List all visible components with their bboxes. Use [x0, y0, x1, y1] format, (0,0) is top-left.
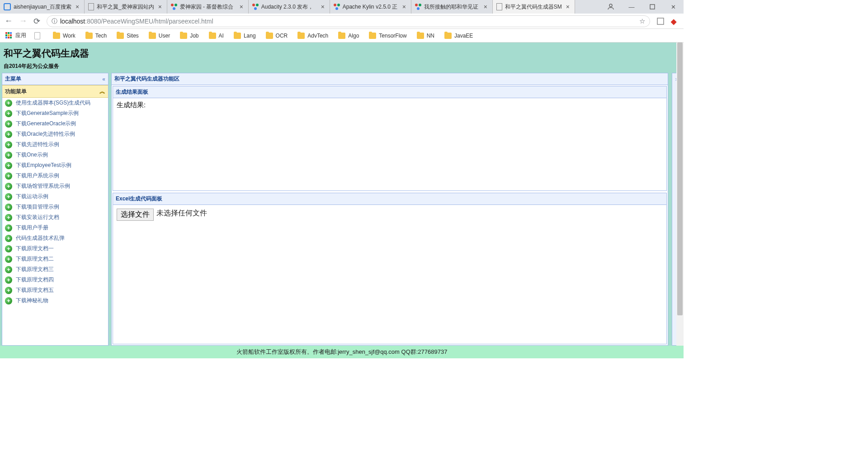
menu-item-label: 下载运动示例	[16, 193, 48, 200]
sidebar-menu-item[interactable]: +下载运动示例	[2, 191, 108, 202]
sidebar-func-menu-header[interactable]: 功能菜单 ︽	[2, 85, 108, 98]
folder-icon	[369, 33, 376, 39]
sidebar-menu-item[interactable]: +下载场馆管理系统示例	[2, 181, 108, 191]
menu-item-label: 下载EmployeeTest示例	[16, 162, 71, 169]
plus-icon: +	[5, 141, 12, 148]
bookmark-item[interactable]: Work	[51, 31, 77, 40]
folder-icon	[53, 33, 60, 39]
folder-icon	[297, 33, 305, 39]
tab-close-icon[interactable]: ×	[320, 4, 326, 10]
reload-button[interactable]: ⟳	[33, 16, 40, 26]
plus-icon: +	[5, 162, 12, 169]
sidebar-menu-item[interactable]: +下载EmployeeTest示例	[2, 160, 108, 171]
svg-rect-2	[657, 18, 664, 24]
sidebar-menu-item[interactable]: +下载原理文档一	[2, 243, 108, 254]
browser-tab[interactable]: 我所接触的耶和华见证×	[411, 0, 493, 14]
bookmark-label: Job	[190, 33, 198, 39]
plus-icon: +	[5, 297, 12, 304]
bookmark-item[interactable]: User	[147, 31, 172, 40]
collapse-left-icon[interactable]: «	[102, 76, 105, 82]
sidebar-menu-item[interactable]: +下载安装运行文档	[2, 212, 108, 223]
minimize-button[interactable]: —	[627, 3, 636, 11]
sidebar-menu-item[interactable]: +下载One示例	[2, 150, 108, 160]
tab-close-icon[interactable]: ×	[565, 4, 571, 10]
bookmark-item[interactable]	[33, 31, 45, 40]
bookmark-item[interactable]: AI	[207, 31, 226, 40]
site-info-icon[interactable]: ⓘ	[52, 17, 57, 25]
browser-tab[interactable]: Apache Kylin v2.5.0 正×	[330, 0, 411, 14]
sidebar-menu-item[interactable]: +下载原理文档四	[2, 275, 108, 285]
bookmark-item[interactable]: OCR	[264, 31, 290, 40]
sidebar-menu-item[interactable]: +代码生成器技术乱弹	[2, 233, 108, 243]
browser-tab[interactable]: 爱神家园 - 基督教综合×	[167, 0, 249, 14]
plus-icon: +	[5, 245, 12, 252]
sidebar-menu-item[interactable]: +下载先进特性示例	[2, 139, 108, 150]
sidebar-menu-item[interactable]: +下载Oracle先进特性示例	[2, 129, 108, 139]
scrollbar-thumb[interactable]	[677, 43, 683, 315]
bookmark-item[interactable]: JavaEE	[443, 31, 475, 40]
url-text: localhost:8080/PeaceWingSMEU/html/parsee…	[60, 18, 213, 25]
user-icon[interactable]	[607, 3, 615, 11]
apps-button[interactable]: 应用	[4, 31, 28, 40]
sidebar-func-menu-title: 功能菜单	[5, 88, 27, 95]
sidebar-menu-item[interactable]: +下载GenerateSample示例	[2, 108, 108, 119]
browser-tab[interactable]: 和平之翼_爱神家园站内×	[85, 0, 167, 14]
apps-grid-icon	[5, 32, 13, 39]
favicon-icon	[171, 4, 177, 10]
excel-panel-header: Excel生成代码面板	[113, 193, 666, 205]
folder-icon	[234, 33, 241, 39]
chevron-up-icon: ︽	[99, 87, 105, 95]
bookmark-item[interactable]: TensorFlow	[367, 31, 408, 40]
tab-close-icon[interactable]: ×	[401, 4, 407, 10]
choose-file-button[interactable]: 选择文件	[117, 209, 154, 221]
bookmark-item[interactable]: Job	[178, 31, 200, 40]
browser-tab[interactable]: Audacity 2.3.0 发布，×	[249, 0, 330, 14]
plus-icon: +	[5, 193, 12, 200]
sidebar-menu-item[interactable]: +使用生成器脚本(SGS)生成代码	[2, 98, 108, 108]
sidebar-main-menu-header[interactable]: 主菜单 «	[2, 73, 108, 85]
sidebar-menu-item[interactable]: +下载GenerateOracle示例	[2, 119, 108, 129]
menu-item-label: 下载用户系统示例	[16, 172, 59, 180]
plus-icon: +	[5, 131, 12, 138]
close-window-button[interactable]: ✕	[669, 3, 677, 11]
back-button[interactable]: ←	[5, 16, 13, 26]
browser-tab[interactable]: 和平之翼代码生成器SM×	[493, 0, 575, 14]
sidebar-menu-item[interactable]: +下载原理文档三	[2, 264, 108, 275]
folder-icon	[209, 33, 216, 39]
menu-item-label: 下载用户手册	[16, 224, 48, 232]
page-footer: 火箭船软件工作室版权所有。作者电邮:jerry_shen_sjf@qq.com …	[0, 346, 684, 358]
menu-item-label: 下载One示例	[16, 151, 48, 159]
bookmark-item[interactable]: Sites	[115, 31, 141, 40]
folder-icon	[417, 33, 424, 39]
browser-tab[interactable]: aishenjiayuan_百度搜索×	[0, 0, 85, 14]
tab-close-icon[interactable]: ×	[157, 4, 163, 10]
bookmark-item[interactable]: NN	[415, 31, 436, 40]
bookmark-item[interactable]: Lang	[232, 31, 258, 40]
favicon-icon	[252, 4, 259, 10]
sidebar-menu-item[interactable]: +下载原理文档五	[2, 285, 108, 295]
page-icon	[34, 32, 40, 39]
bookmark-item[interactable]: Tech	[84, 31, 108, 40]
vertical-scrollbar[interactable]	[676, 43, 684, 346]
url-input[interactable]: ⓘ localhost:8080/PeaceWingSMEU/html/pars…	[47, 15, 650, 27]
bookmarks-bar: 应用 WorkTechSitesUserJobAILangOCRAdvTechA…	[0, 29, 684, 43]
bookmark-star-icon[interactable]: ☆	[639, 17, 645, 25]
bookmark-item[interactable]: Algo	[336, 31, 361, 40]
menu-item-label: 下载原理文档四	[16, 276, 54, 284]
sidebar-menu-item[interactable]: +下载项目管理示例	[2, 202, 108, 212]
menu-item-label: 下载场馆管理系统示例	[16, 182, 70, 190]
tab-close-icon[interactable]: ×	[238, 4, 245, 10]
bookmark-item[interactable]: AdvTech	[296, 31, 330, 40]
main-region-title: 和平之翼代码生成器功能区	[114, 75, 179, 83]
tab-close-icon[interactable]: ×	[482, 4, 489, 10]
favicon-icon	[4, 3, 11, 10]
sidebar-menu-item[interactable]: +下载用户手册	[2, 223, 108, 233]
extension-adblock-icon[interactable]: ◆	[671, 17, 679, 25]
maximize-button[interactable]	[648, 3, 656, 11]
sidebar-menu-item[interactable]: +下载用户系统示例	[2, 171, 108, 181]
bookmark-label: Algo	[348, 33, 359, 39]
sidebar-menu-item[interactable]: +下载原理文档二	[2, 254, 108, 264]
tab-close-icon[interactable]: ×	[74, 4, 80, 10]
extension-icon[interactable]	[656, 17, 665, 25]
sidebar-menu-item[interactable]: +下载神秘礼物	[2, 295, 108, 306]
